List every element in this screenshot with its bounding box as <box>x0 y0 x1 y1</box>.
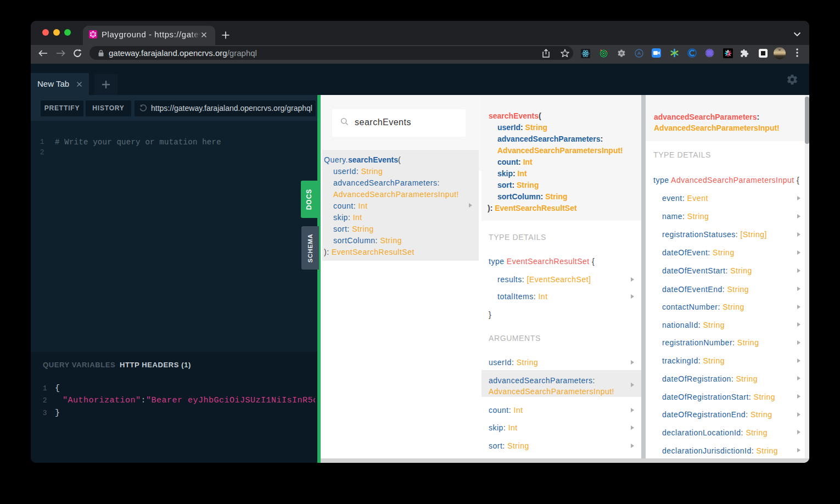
svg-text:A: A <box>637 51 641 56</box>
